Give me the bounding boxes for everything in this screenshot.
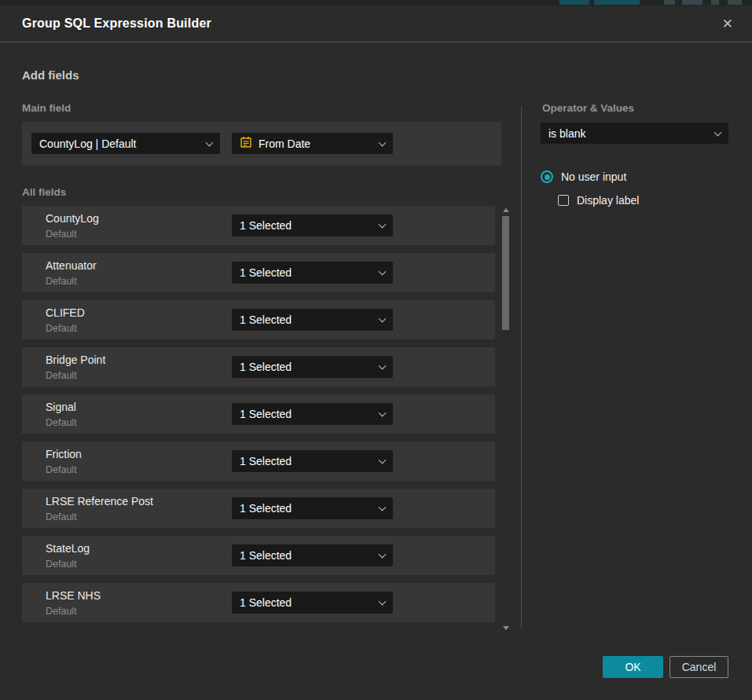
field-row: LRSE NHS Default 1 Selected	[22, 583, 495, 622]
field-name: CLIFED	[46, 306, 85, 319]
field-name: LRSE NHS	[46, 589, 101, 602]
field-selected-dropdown[interactable]: 1 Selected	[232, 262, 393, 284]
display-label-label: Display label	[577, 194, 639, 207]
field-selected-dropdown[interactable]: 1 Selected	[232, 544, 393, 566]
field-name: Signal	[46, 401, 76, 413]
chevron-down-icon	[379, 598, 387, 606]
background-app-remnant	[559, 0, 589, 5]
field-name: Bridge Point	[46, 354, 105, 366]
cancel-button[interactable]: Cancel	[669, 656, 728, 678]
field-selected-value: 1 Selected	[240, 455, 292, 467]
chevron-down-icon	[379, 456, 387, 464]
field-selected-value: 1 Selected	[240, 549, 292, 562]
field-selected-dropdown[interactable]: 1 Selected	[232, 592, 393, 614]
main-field-field-select-value: From Date	[259, 137, 310, 150]
field-selected-dropdown[interactable]: 1 Selected	[232, 497, 393, 519]
field-selected-value: 1 Selected	[240, 219, 292, 232]
chevron-down-icon	[379, 221, 387, 229]
main-field-source-select[interactable]: CountyLog | Default	[31, 133, 220, 154]
section-heading-add-fields: Add fields	[22, 68, 79, 82]
field-selected-dropdown[interactable]: 1 Selected	[232, 309, 393, 331]
operator-select-value: is blank	[548, 127, 585, 140]
field-name: StateLog	[46, 542, 90, 555]
field-name: CountyLog	[46, 212, 99, 225]
operator-select[interactable]: is blank	[541, 123, 728, 144]
chevron-down-icon	[379, 362, 387, 370]
field-row: Bridge Point Default 1 Selected	[22, 347, 495, 387]
background-app-remnant	[682, 0, 702, 5]
background-app-remnant	[664, 0, 675, 5]
field-subtitle: Default	[46, 511, 77, 522]
main-field-panel: CountyLog | Default From Date	[22, 122, 501, 166]
field-selected-value: 1 Selected	[240, 408, 292, 420]
dialog-title: Group SQL Expression Builder	[22, 16, 211, 31]
display-label-checkbox-row[interactable]: Display label	[558, 194, 639, 207]
chevron-down-icon	[379, 551, 387, 559]
radio-selected-icon	[541, 170, 553, 183]
dialog-titlebar: Group SQL Expression Builder ✕	[0, 5, 752, 42]
list-scrollbar[interactable]	[501, 206, 511, 632]
field-subtitle: Default	[46, 229, 77, 240]
field-selected-dropdown[interactable]: 1 Selected	[232, 450, 393, 472]
field-subtitle: Default	[46, 417, 77, 428]
field-selected-value: 1 Selected	[240, 313, 292, 326]
ok-button[interactable]: OK	[603, 656, 663, 678]
calendar-date-icon	[240, 136, 252, 151]
field-subtitle: Default	[46, 323, 77, 334]
field-row: Friction Default 1 Selected	[22, 442, 495, 481]
main-field-label: Main field	[22, 102, 71, 114]
chevron-down-icon	[714, 128, 722, 136]
chevron-down-icon	[206, 138, 214, 146]
field-subtitle: Default	[46, 370, 77, 381]
field-row: Signal Default 1 Selected	[22, 394, 495, 434]
checkbox-unchecked-icon[interactable]	[558, 195, 569, 206]
chevron-down-icon	[379, 409, 387, 417]
field-name: Friction	[46, 448, 82, 460]
chevron-down-icon	[379, 315, 387, 323]
field-selected-value: 1 Selected	[240, 502, 292, 515]
main-field-field-select[interactable]: From Date	[232, 133, 393, 154]
background-app-remnant	[594, 0, 640, 5]
all-fields-list: CountyLog Default 1 Selected Attenuator …	[22, 206, 495, 630]
scrollbar-down-arrow-icon[interactable]	[503, 626, 509, 630]
background-app-remnant	[728, 0, 742, 5]
operator-values-heading: Operator & Values	[542, 102, 634, 114]
field-row: CountyLog Default 1 Selected	[22, 206, 495, 245]
chevron-down-icon	[379, 504, 387, 511]
chevron-down-icon	[379, 268, 387, 276]
field-row: Attenuator Default 1 Selected	[22, 253, 495, 292]
column-divider	[521, 106, 522, 629]
background-app-strip	[0, 0, 752, 5]
field-subtitle: Default	[46, 464, 77, 475]
field-row: LRSE Reference Post Default 1 Selected	[22, 489, 495, 528]
field-selected-dropdown[interactable]: 1 Selected	[232, 356, 393, 378]
scrollbar-thumb[interactable]	[502, 216, 509, 330]
scrollbar-up-arrow-icon[interactable]	[503, 208, 509, 212]
field-row: StateLog Default 1 Selected	[22, 536, 495, 575]
no-user-input-label: No user input	[561, 170, 626, 183]
field-selected-value: 1 Selected	[240, 596, 292, 609]
field-subtitle: Default	[46, 276, 77, 287]
field-selected-value: 1 Selected	[240, 266, 292, 279]
field-row: CLIFED Default 1 Selected	[22, 300, 495, 339]
field-selected-dropdown[interactable]: 1 Selected	[232, 403, 393, 425]
field-selected-dropdown[interactable]: 1 Selected	[232, 214, 393, 236]
close-icon[interactable]: ✕	[719, 14, 736, 34]
field-selected-value: 1 Selected	[240, 361, 292, 373]
main-field-source-select-value: CountyLog | Default	[39, 137, 137, 150]
background-app-remnant	[711, 0, 719, 5]
field-subtitle: Default	[46, 606, 77, 617]
chevron-down-icon	[379, 138, 387, 146]
field-name: LRSE Reference Post	[46, 495, 153, 508]
no-user-input-radio[interactable]: No user input	[541, 170, 626, 183]
field-subtitle: Default	[46, 559, 77, 570]
all-fields-label: All fields	[22, 186, 66, 198]
field-name: Attenuator	[46, 259, 97, 272]
